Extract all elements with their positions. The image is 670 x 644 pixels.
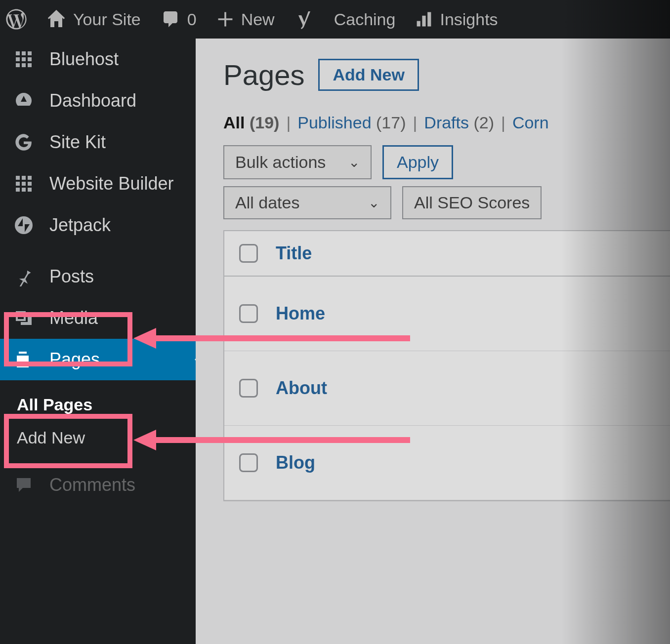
add-new-button[interactable]: Add New <box>318 59 419 91</box>
date-seo-controls: All dates ⌄ All SEO Scores <box>223 186 670 219</box>
sidebar-item-label: Bluehost <box>49 49 119 70</box>
sidebar-item-dashboard[interactable]: Dashboard <box>0 80 196 121</box>
sidebar-item-label: Website Builder <box>49 173 173 194</box>
sidebar-item-label: Site Kit <box>49 132 106 153</box>
sidebar-item-label: Jetpack <box>49 215 111 236</box>
filter-cornerstone[interactable]: Corn <box>512 113 549 132</box>
plus-icon <box>216 10 234 28</box>
sidebar-item-pages[interactable]: Pages <box>0 339 196 380</box>
main-content: Pages Add New All (19) | Published (17) … <box>196 39 670 644</box>
adminbar-new[interactable]: New <box>216 10 275 29</box>
adminbar-yoast[interactable] <box>294 9 314 29</box>
bulk-actions-select[interactable]: Bulk actions ⌄ <box>223 145 372 179</box>
pin-icon <box>13 266 35 287</box>
table-row: About <box>224 351 670 426</box>
comment-icon <box>161 9 180 29</box>
sidebar-item-label: Media <box>49 308 98 328</box>
filter-drafts[interactable]: Drafts (2) <box>424 113 494 132</box>
dashboard-icon <box>13 90 35 112</box>
adminbar-site[interactable]: Your Site <box>46 9 141 29</box>
table-row: Blog <box>224 426 670 500</box>
submenu-all-pages[interactable]: All Pages <box>17 388 196 421</box>
adminbar-new-label: New <box>241 10 275 29</box>
grid-icon <box>13 48 35 70</box>
seo-scores-select[interactable]: All SEO Scores <box>402 186 542 219</box>
adminbar-site-label: Your Site <box>73 10 141 29</box>
select-all-checkbox[interactable] <box>239 244 258 263</box>
sidebar-item-comments[interactable]: Comments <box>0 464 196 506</box>
bar-chart-icon <box>415 10 433 28</box>
page-link[interactable]: Blog <box>276 452 315 473</box>
google-g-icon <box>13 131 35 153</box>
filter-all[interactable]: All (19) <box>223 113 279 132</box>
status-filters: All (19) | Published (17) | Drafts (2) |… <box>223 113 670 132</box>
admin-bar: Your Site 0 New Caching Insights <box>0 0 670 39</box>
dates-select[interactable]: All dates ⌄ <box>223 186 391 219</box>
row-checkbox[interactable] <box>239 304 258 323</box>
sidebar-item-label: Posts <box>49 266 94 287</box>
sidebar-item-bluehost[interactable]: Bluehost <box>0 39 196 80</box>
sidebar-item-jetpack[interactable]: Jetpack <box>0 204 196 246</box>
adminbar-comments-count: 0 <box>187 10 197 29</box>
page-header: Pages Add New <box>223 58 670 91</box>
adminbar-comments[interactable]: 0 <box>161 9 197 29</box>
page-link[interactable]: Home <box>276 303 325 324</box>
yoast-icon <box>294 9 314 29</box>
sidebar-item-label: Comments <box>49 475 135 495</box>
adminbar-caching[interactable]: Caching <box>334 10 396 29</box>
pages-table: Title Home About Blog <box>223 230 670 501</box>
sidebar-item-website-builder[interactable]: Website Builder <box>0 163 196 204</box>
admin-sidebar: Bluehost Dashboard Site Kit Website Buil… <box>0 39 196 644</box>
sidebar-item-sitekit[interactable]: Site Kit <box>0 121 196 163</box>
page-title: Pages <box>223 58 304 91</box>
bulk-controls: Bulk actions ⌄ Apply <box>223 145 670 179</box>
row-checkbox[interactable] <box>239 379 258 398</box>
wordpress-icon <box>6 9 27 30</box>
apply-button[interactable]: Apply <box>382 145 453 179</box>
sidebar-item-label: Pages <box>49 349 100 370</box>
chevron-down-icon: ⌄ <box>368 195 379 211</box>
wp-logo[interactable] <box>6 9 27 30</box>
table-header: Title <box>224 231 670 277</box>
media-icon <box>13 307 35 329</box>
adminbar-caching-label: Caching <box>334 10 396 29</box>
home-icon <box>46 9 66 29</box>
sidebar-item-label: Dashboard <box>49 90 136 111</box>
grid-icon <box>13 173 35 195</box>
page-link[interactable]: About <box>276 378 327 399</box>
pages-icon <box>13 349 35 370</box>
adminbar-insights-label: Insights <box>440 10 498 29</box>
svg-point-0 <box>15 216 33 234</box>
comment-icon <box>13 474 35 496</box>
row-checkbox[interactable] <box>239 453 258 472</box>
filter-published[interactable]: Published (17) <box>297 113 406 132</box>
chevron-down-icon: ⌄ <box>348 154 360 170</box>
table-row: Home <box>224 277 670 351</box>
adminbar-insights[interactable]: Insights <box>415 10 498 29</box>
sidebar-item-posts[interactable]: Posts <box>0 256 196 297</box>
sidebar-item-media[interactable]: Media <box>0 297 196 339</box>
submenu-add-new[interactable]: Add New <box>17 421 196 454</box>
jetpack-icon <box>13 214 35 236</box>
column-title[interactable]: Title <box>276 243 312 264</box>
sidebar-submenu-pages: All Pages Add New <box>0 380 196 464</box>
